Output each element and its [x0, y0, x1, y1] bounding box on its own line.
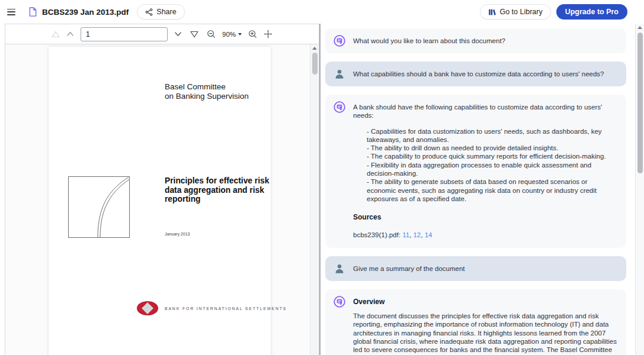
assistant-message-summary: Overview The document discusses the prin… — [325, 289, 626, 355]
message-text: What would you like to learn about this … — [353, 35, 618, 47]
source-line: bcbs239(1).pdf: 11, 12, 14 — [353, 231, 618, 239]
top-header: BCBS239 Jan 2013.pdf Share Go to Library… — [0, 0, 644, 24]
source-page-link[interactable]: 11 — [402, 231, 409, 238]
bullet-item: - The ability to generate subsets of dat… — [367, 178, 618, 203]
bullet-item: - Flexibility in data aggregation proces… — [367, 161, 618, 178]
assistant-message-greeting: What would you like to learn about this … — [325, 28, 626, 53]
pdf-toolbar: 90% — [5, 24, 319, 44]
scroll-up-arrow-icon[interactable] — [637, 26, 642, 29]
sources-heading: Sources — [353, 213, 618, 221]
upgrade-pro-button[interactable]: Upgrade to Pro — [556, 4, 627, 20]
message-text: What capabilities should a bank have to … — [353, 68, 618, 80]
chat-panel: What would you like to learn about this … — [321, 24, 644, 355]
message-text: Give me a summary of the document — [353, 263, 618, 275]
committee-title: Basel Committee on Banking Supervision — [165, 82, 249, 101]
assistant-chat-bubble-icon — [334, 35, 345, 47]
source-page-link[interactable]: 14 — [425, 231, 432, 238]
page-dropdown-chevron-icon[interactable] — [174, 31, 182, 37]
assistant-message-answer1: A bank should have the following capabil… — [325, 95, 626, 248]
bullet-item: - The ability to drill down as needed to… — [367, 144, 618, 152]
overview-heading: Overview — [353, 298, 618, 306]
zoom-level-value: 90% — [222, 31, 236, 38]
user-message-2: Give me a summary of the document — [325, 256, 626, 281]
go-to-library-button[interactable]: Go to Library — [480, 4, 550, 20]
pdf-scrollbar-thumb[interactable] — [312, 53, 318, 75]
overview-text: The document discusses the principles fo… — [353, 312, 618, 355]
scroll-up-arrow-icon[interactable] — [312, 47, 317, 50]
pdf-canvas-area: Basel Committee on Banking Supervision P… — [5, 44, 319, 355]
assistant-chat-bubble-icon — [334, 101, 345, 113]
user-person-icon — [334, 263, 345, 275]
bis-footer: BANK FOR INTERNATIONAL SETTLEMENTS — [136, 301, 287, 316]
triangle-down-button[interactable] — [190, 31, 198, 38]
hamburger-menu-icon[interactable] — [7, 9, 15, 15]
bis-logo-icon — [136, 301, 159, 316]
share-label: Share — [156, 8, 176, 16]
bullet-item: - Capabilities for data customization to… — [367, 127, 618, 144]
triangle-up-button[interactable] — [52, 31, 60, 38]
pdf-viewer-pane: 90% Basel Committee on Banking Supervisi… — [5, 24, 319, 355]
bis-logo-text: BANK FOR INTERNATIONAL SETTLEMENTS — [165, 306, 287, 311]
file-title: BCBS239 Jan 2013.pdf — [42, 8, 129, 17]
source-file-name: bcbs239(1).pdf: — [353, 231, 401, 238]
chat-messages: What would you like to learn about this … — [325, 28, 626, 355]
share-button[interactable]: Share — [137, 4, 184, 20]
pan-tool-button[interactable] — [264, 30, 273, 38]
answer-intro: A bank should have the following capabil… — [353, 103, 618, 120]
share-icon — [145, 8, 153, 16]
zoom-out-button[interactable] — [207, 30, 216, 38]
pdf-scrollbar[interactable] — [310, 44, 319, 355]
chat-scrollbar[interactable] — [635, 24, 644, 355]
answer-bullet-list: - Capabilities for data customization to… — [367, 127, 618, 204]
library-icon — [488, 8, 496, 16]
source-page-link[interactable]: 12 — [413, 231, 421, 238]
caret-down-icon — [238, 33, 242, 36]
chat-scrollbar-thumb[interactable] — [637, 33, 643, 173]
pdf-page: Basel Committee on Banking Supervision P… — [49, 47, 271, 355]
user-person-icon — [334, 68, 345, 80]
report-date: January 2013 — [165, 232, 190, 236]
library-label: Go to Library — [499, 8, 542, 16]
bullet-item: - The capability to produce quick summar… — [367, 152, 618, 160]
zoom-in-button[interactable] — [248, 30, 257, 38]
assistant-chat-bubble-icon — [334, 296, 345, 308]
report-title: Principles for effective risk data aggre… — [165, 176, 269, 204]
document-icon — [28, 7, 37, 17]
zoom-level-dropdown[interactable]: 90% — [222, 31, 242, 38]
cover-curve-graphic — [68, 176, 130, 240]
user-message-1: What capabilities should a bank have to … — [325, 62, 626, 86]
chevron-up-button[interactable] — [66, 31, 74, 37]
page-number-input[interactable] — [81, 27, 168, 41]
